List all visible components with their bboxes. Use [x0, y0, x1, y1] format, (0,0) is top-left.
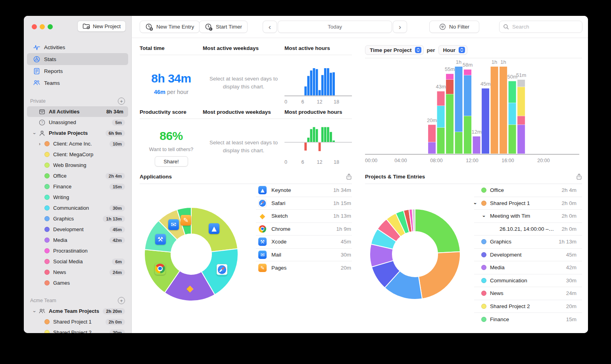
sidebar-item-procrastination[interactable]: Procrastination [27, 245, 128, 256]
sidebar-item-private-projects[interactable]: ›Private Projects6h 9m [27, 128, 128, 138]
new-project-button[interactable]: New Project [77, 21, 126, 32]
svg-text:20:00: 20:00 [537, 158, 550, 163]
item-time: 15m [110, 184, 125, 190]
project-name: Communication [490, 278, 566, 284]
sidebar-item-acme-team-projects[interactable]: ›Acme Team Projects2h 20m [27, 306, 128, 316]
item-label: Social Media [53, 259, 112, 264]
sidebar-item-shared-project-1[interactable]: Shared Project 12h 0m [27, 316, 128, 327]
project-row-shared-project-2[interactable]: Shared Project 220m [474, 300, 582, 313]
project-name: Finance [490, 316, 566, 322]
application-name: Mail [271, 252, 341, 258]
app-window: New Project ActivitiesStatsReportsTeams … [24, 16, 588, 333]
chevron-down-icon[interactable]: › [483, 213, 490, 219]
mail-app-icon: ✉ [168, 219, 179, 230]
sidebar-nav-reports[interactable]: Reports [27, 65, 128, 77]
metric-select[interactable]: Time per Project [365, 45, 424, 55]
sidebar-item-finance[interactable]: Finance15m [27, 181, 128, 192]
application-row-pages[interactable]: ✎Pages20m [256, 261, 352, 274]
sidebar-nav-stats[interactable]: Stats [27, 53, 128, 65]
svg-text:12m: 12m [471, 129, 481, 135]
chevron-right-icon[interactable]: › [39, 141, 44, 147]
filter-button[interactable]: No Filter [429, 21, 479, 33]
sidebar-item-games[interactable]: Games [27, 278, 128, 288]
project-row-media[interactable]: Media42m [474, 261, 582, 274]
stats-content: Total time 8h 34m 46m per hour Most acti… [132, 38, 588, 333]
application-row-keynote[interactable]: ▲Keynote1h 34m [256, 184, 352, 197]
rate-value: 46m [154, 89, 165, 95]
productivity-value: 86% [140, 129, 203, 143]
export-icon[interactable] [576, 173, 582, 180]
previous-period-button[interactable]: ‹ [263, 21, 277, 33]
item-time: 20m [110, 330, 125, 333]
search-input[interactable] [511, 23, 571, 30]
project-name: Development [490, 252, 566, 258]
sidebar-item-office[interactable]: Office2h 4m [27, 171, 128, 181]
project-row-graphics[interactable]: Graphics1h 13m [474, 236, 582, 249]
sidebar-item-client-megacorp[interactable]: Client: MegaCorp [27, 149, 128, 160]
close-window-button[interactable] [32, 24, 37, 29]
xcode-app-icon: ⚒ [258, 238, 267, 246]
sidebar-item-news[interactable]: News24m [27, 267, 128, 278]
add-project-button[interactable]: + [118, 98, 125, 105]
add-project-button[interactable]: + [118, 297, 125, 304]
item-label: Client: MegaCorp [53, 151, 125, 157]
most-active-weekdays-empty: Select at least seven days to display th… [203, 75, 284, 91]
item-label: Procrastination [53, 248, 125, 254]
project-row-shared-project-1[interactable]: ›Shared Project 12h 0m [474, 197, 582, 210]
svg-text:6: 6 [302, 159, 304, 165]
sidebar-item-client-acme-inc-[interactable]: ›Client: Acme Inc.10m [27, 138, 128, 149]
most-active-weekdays-title: Most active weekdays [203, 45, 284, 55]
project-row-finance[interactable]: Finance15m [474, 313, 582, 326]
interval-select[interactable]: Hour [438, 45, 468, 55]
sidebar-item-all-activities[interactable]: All Activities8h 34m [27, 106, 128, 117]
zoom-window-button[interactable] [48, 24, 53, 29]
next-period-button[interactable]: › [393, 21, 407, 33]
application-row-xcode[interactable]: ⚒Xcode45m [256, 236, 352, 249]
sidebar-item-web-browsing[interactable]: Web Browsing [27, 160, 128, 171]
sidebar-item-graphics[interactable]: Graphics1h 13m [27, 213, 128, 224]
chevron-down-icon[interactable]: › [474, 200, 481, 206]
share-button[interactable]: Share! [155, 156, 188, 167]
sidebar-item-development[interactable]: Development45m [27, 224, 128, 235]
applications-title: Applications [140, 174, 172, 180]
project-time: 45m [566, 252, 577, 258]
new-time-entry-button[interactable]: New Time Entry [140, 21, 200, 33]
sidebar-item-writing[interactable]: Writing [27, 192, 128, 203]
start-timer-button[interactable]: Start Timer [199, 21, 248, 33]
sidebar-item-social-media[interactable]: Social Media6m [27, 256, 128, 267]
sidebar-item-media[interactable]: Media42m [27, 235, 128, 245]
project-row-news[interactable]: News24m [474, 287, 582, 300]
sidebar-nav-activities[interactable]: Activities [27, 41, 128, 53]
sidebar-item-communication[interactable]: Communication30m [27, 203, 128, 213]
sidebar-item-unassigned[interactable]: ?Unassigned5m [27, 117, 128, 128]
nav-label: Activities [44, 44, 65, 50]
application-time: 1h 9m [336, 226, 352, 232]
chevron-down-icon[interactable]: › [33, 130, 39, 136]
project-row-development[interactable]: Development45m [474, 249, 582, 262]
project-time: 42m [566, 264, 577, 270]
item-time: 6m [112, 259, 125, 265]
application-row-sketch[interactable]: ◆Sketch1h 13m [256, 210, 352, 223]
application-row-safari[interactable]: Safari1h 15m [256, 197, 352, 210]
sidebar-item-shared-project-2[interactable]: Shared Project 220m [27, 327, 128, 333]
nav-label: Reports [44, 68, 63, 74]
chevron-down-icon[interactable]: › [33, 308, 39, 314]
minimize-window-button[interactable] [40, 24, 45, 29]
application-row-mail[interactable]: ✉Mail30m [256, 249, 352, 262]
keynote-app-icon: ▲ [258, 186, 267, 194]
project-row-office[interactable]: Office2h 4m [474, 184, 582, 197]
project-row-meeting-with-tim[interactable]: ›Meeting with Tim2h 0m [474, 210, 582, 223]
date-range-button[interactable]: Today [278, 21, 392, 33]
project-row-26-10-21-14-00-00-[interactable]: 26.10.21, 14:00:00 –…2h 0m [474, 223, 582, 236]
rate-suffix: per hour [165, 89, 188, 95]
export-icon[interactable] [346, 173, 352, 180]
sidebar-nav-teams[interactable]: Teams [27, 77, 128, 89]
application-row-chrome[interactable]: Chrome1h 9m [256, 223, 352, 236]
svg-text:0: 0 [284, 99, 287, 105]
project-row-communication[interactable]: Communication30m [474, 274, 582, 287]
application-time: 20m [341, 265, 352, 271]
search-field[interactable] [499, 21, 582, 33]
svg-text:43m: 43m [436, 84, 446, 90]
item-label: Development [53, 226, 110, 232]
project-time: 15m [566, 316, 577, 322]
